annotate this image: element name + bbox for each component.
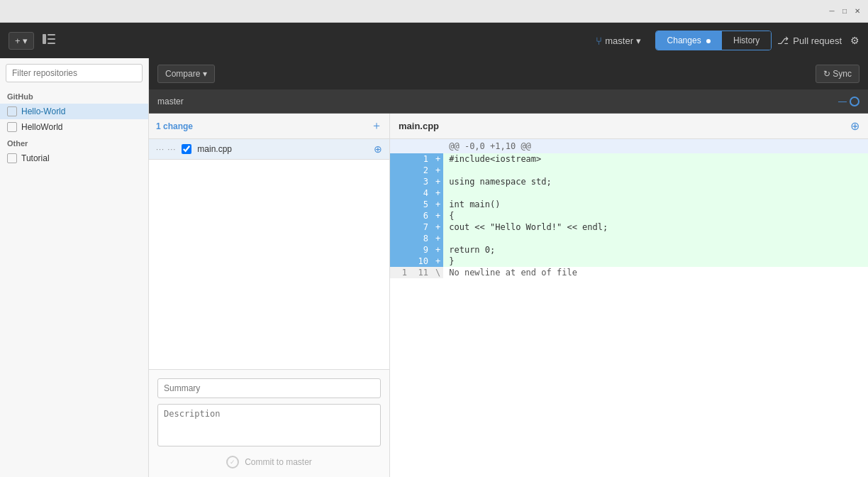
changes-panel: 1 change ＋ ··· ··· main.cpp ⊕ xyxy=(149,114,868,477)
main-content: GitHub Hello-World HelloWorld Other Tuto… xyxy=(0,58,868,477)
svg-rect-0 xyxy=(43,34,46,44)
file-checkbox-main-cpp[interactable] xyxy=(182,144,191,154)
diff-hunk-header-row: @@ -0,0 +1,10 @@ xyxy=(390,139,868,153)
app: + ▾ ⑂ master ▾ Changes xyxy=(0,23,868,477)
repo-item-tutorial[interactable]: Tutorial xyxy=(0,150,148,166)
table-row: 4 + xyxy=(390,187,868,199)
commit-description-input[interactable] xyxy=(157,404,381,446)
file-list-add-button[interactable]: ＋ xyxy=(371,119,382,133)
titlebar: ─ □ ✕ xyxy=(0,0,868,23)
file-dots-right[interactable]: ··· xyxy=(167,145,176,153)
commit-circle-icon: ✓ xyxy=(226,456,239,468)
hunk-header-text: @@ -0,0 +1,10 @@ xyxy=(443,139,868,153)
table-row: 1 11 \ No newline at end of file xyxy=(390,267,868,278)
table-row: 3 + using namespace std; xyxy=(390,176,868,187)
table-row: 9 + return 0; xyxy=(390,244,868,256)
table-row: 8 + xyxy=(390,233,868,244)
history-tab[interactable]: History xyxy=(722,31,771,50)
toolbar-left: + ▾ xyxy=(9,31,590,50)
file-name-main-cpp: main.cpp xyxy=(197,144,368,154)
pull-request-button[interactable]: ⎇ Pull request xyxy=(777,35,842,46)
diff-filename: main.cpp xyxy=(399,121,439,131)
commit-summary-input[interactable] xyxy=(157,378,381,398)
diff-table: @@ -0,0 +1,10 @@ 1 + #include<iostream> xyxy=(390,139,868,278)
branch-name-label: master xyxy=(157,97,184,106)
file-list: 1 change ＋ ··· ··· main.cpp ⊕ xyxy=(149,114,390,477)
file-add-icon[interactable]: ⊕ xyxy=(374,143,382,155)
minimize-btn[interactable]: ─ xyxy=(827,6,837,16)
sync-button[interactable]: ↻ Sync xyxy=(816,65,859,83)
tab-group: Changes History xyxy=(655,31,772,50)
toolbar-right: ⎇ Pull request ⚙ xyxy=(777,35,859,46)
repo-icon xyxy=(7,106,17,116)
changes-tab[interactable]: Changes xyxy=(656,31,722,50)
sidebar-toggle-button[interactable] xyxy=(40,31,58,50)
maximize-btn[interactable]: □ xyxy=(840,6,850,16)
compare-button[interactable]: Compare ▾ xyxy=(157,65,215,83)
github-section-label: GitHub xyxy=(0,88,148,104)
toolbar-center: ⑂ master ▾ Changes History xyxy=(596,31,772,50)
no-newline-text: No newline at end of file xyxy=(443,267,868,278)
table-row: 7 + cout << "Hello World!" << endl; xyxy=(390,221,868,233)
branch-label: master ▾ xyxy=(605,35,640,46)
table-row: 5 + int main() xyxy=(390,199,868,210)
repo-name-helloworld: HelloWorld xyxy=(21,122,62,132)
branch-button[interactable]: ⑂ master ▾ xyxy=(596,35,640,47)
changes-dot xyxy=(706,39,711,43)
table-row: 10 + } xyxy=(390,256,868,267)
file-dots-left[interactable]: ··· xyxy=(156,145,165,153)
repo-icon xyxy=(7,153,17,163)
svg-rect-1 xyxy=(48,34,55,35)
gear-button[interactable]: ⚙ xyxy=(850,35,859,46)
file-list-header: 1 change ＋ xyxy=(149,114,389,139)
branch-bar: master — xyxy=(149,89,868,114)
repo-item-hello-world[interactable]: Hello-World xyxy=(0,104,148,119)
filter-repos-input[interactable] xyxy=(6,64,143,82)
branch-indicator: — xyxy=(838,97,859,106)
add-button[interactable]: + ▾ xyxy=(9,32,34,50)
repo-icon xyxy=(7,122,17,132)
table-row: 2 + xyxy=(390,165,868,176)
table-row: 1 + #include<iostream> xyxy=(390,153,868,165)
pull-request-icon: ⎇ xyxy=(777,35,789,46)
change-count: 1 change xyxy=(156,121,193,131)
branch-line-icon: — xyxy=(838,97,847,106)
diff-add-button[interactable]: ⊕ xyxy=(850,119,859,133)
commit-to-master-button[interactable]: Commit to master xyxy=(245,457,312,467)
commit-btn-row: ✓ Commit to master xyxy=(157,456,381,468)
repo-name-tutorial: Tutorial xyxy=(21,153,50,163)
other-section-label: Other xyxy=(0,135,148,150)
main-toolbar: + ▾ ⑂ master ▾ Changes xyxy=(0,23,868,58)
diff-view: main.cpp ⊕ @@ -0,0 +1,10 @@ xyxy=(390,114,868,477)
repo-item-helloworld[interactable]: HelloWorld xyxy=(0,119,148,135)
repo-name-hello-world: Hello-World xyxy=(21,106,65,116)
commit-area: ✓ Commit to master xyxy=(149,369,389,477)
branch-circle-icon xyxy=(850,97,859,106)
svg-rect-2 xyxy=(48,38,55,40)
file-item-main-cpp[interactable]: ··· ··· main.cpp ⊕ xyxy=(149,139,389,160)
svg-rect-3 xyxy=(48,43,55,44)
content-area: Compare ▾ ↻ Sync master — 1 change ＋ xyxy=(149,58,868,477)
sub-toolbar: Compare ▾ ↻ Sync xyxy=(149,58,868,89)
table-row: 6 + { xyxy=(390,210,868,221)
branch-icon: ⑂ xyxy=(596,35,602,47)
close-btn[interactable]: ✕ xyxy=(852,6,862,16)
sidebar: GitHub Hello-World HelloWorld Other Tuto… xyxy=(0,58,149,477)
file-list-spacer xyxy=(149,160,389,369)
diff-header: main.cpp ⊕ xyxy=(390,114,868,139)
